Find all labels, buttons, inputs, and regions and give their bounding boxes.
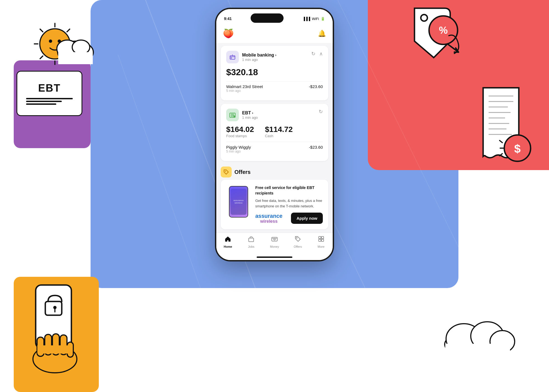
ebt-card-line-3 xyxy=(26,103,56,105)
offer-content: Free cell service for eligible EBT recip… xyxy=(255,185,323,224)
ebt-card: EBT › 1 min ago ↻ $164.02 xyxy=(221,104,328,161)
banking-time-ago: 1 min ago xyxy=(242,58,276,62)
nav-offers[interactable]: Offers xyxy=(290,236,306,248)
nav-more[interactable]: More xyxy=(313,236,329,248)
lock-phone-decoration xyxy=(16,274,93,378)
chevron-up-icon[interactable]: ∧ xyxy=(319,51,323,57)
ebt-card-title-row: EBT › 1 min ago xyxy=(226,109,258,121)
status-time: 9:41 xyxy=(224,16,232,21)
svg-point-60 xyxy=(225,171,226,172)
assurance-brand-name: assurance xyxy=(255,213,282,219)
banking-svg-icon xyxy=(229,53,236,61)
banking-card-title[interactable]: Mobile banking › xyxy=(242,53,276,58)
offer-phone-screen: assurance wireless xyxy=(231,189,247,215)
app-header: 🍑 🔔 xyxy=(216,26,333,43)
bell-icon[interactable]: 🔔 xyxy=(318,30,326,37)
home-indicator xyxy=(257,256,292,258)
banking-balance: $320.18 xyxy=(226,67,323,77)
nav-more-label: More xyxy=(318,245,324,248)
cloud-bottom-right-decoration xyxy=(439,311,516,359)
cash-balance: $114.72 Cash xyxy=(265,125,293,138)
offer-title: Free cell service for eligible EBT recip… xyxy=(255,185,323,196)
offer-phone-graphic: assurance wireless xyxy=(229,186,248,218)
banking-transaction-info: Walmart 23rd Street 5 min ago xyxy=(226,84,263,93)
banking-merchant: Walmart 23rd Street xyxy=(226,84,263,89)
ebt-transaction-info: Piggly Wiggly 5 min ago xyxy=(226,145,251,153)
svg-rect-56 xyxy=(231,58,232,58)
wifi-icon: WiFi xyxy=(312,17,319,21)
svg-rect-30 xyxy=(37,345,72,354)
ebt-card-header: EBT › 1 min ago ↻ xyxy=(226,109,323,121)
money-icon xyxy=(271,236,278,244)
svg-point-63 xyxy=(274,238,275,240)
food-stamps-label: Food stamps xyxy=(226,134,254,138)
banking-transaction-row: Walmart 23rd Street 5 min ago -$23.60 xyxy=(226,81,323,95)
food-stamps-amount: $164.02 xyxy=(226,125,254,134)
offer-image: assurance wireless xyxy=(226,185,251,218)
ebt-card-line-2 xyxy=(26,101,62,102)
ebt-chevron-icon: › xyxy=(252,111,253,115)
signal-icon: ▐▐▐ xyxy=(302,17,310,21)
battery-icon: 🔋 xyxy=(321,17,325,21)
content-area: Mobile banking › 1 min ago ↻ ∧ $320.18 xyxy=(216,43,333,233)
ebt-svg-icon xyxy=(229,111,236,119)
ebt-time-ago: 1 min ago xyxy=(242,115,258,120)
status-bar: 9:41 ▐▐▐ WiFi 🔋 xyxy=(216,9,333,26)
apply-now-button[interactable]: Apply now xyxy=(291,213,323,224)
banking-card-header: Mobile banking › 1 min ago ↻ ∧ xyxy=(226,51,323,63)
phone-device: 9:41 ▐▐▐ WiFi 🔋 🍑 🔔 xyxy=(215,8,334,261)
svg-rect-67 xyxy=(321,236,324,239)
nav-home-label: Home xyxy=(224,245,232,248)
refresh-icon[interactable]: ↻ xyxy=(311,51,315,57)
more-icon xyxy=(318,236,324,244)
banking-icon xyxy=(226,51,239,63)
ebt-transaction-row: Piggly Wiggly 5 min ago -$23.60 xyxy=(226,142,323,156)
svg-point-65 xyxy=(296,237,297,238)
nav-offers-label: Offers xyxy=(294,245,302,248)
chevron-right-icon: › xyxy=(275,53,276,57)
receipt-decoration: $ xyxy=(475,85,535,171)
offers-title: Offers xyxy=(234,169,251,175)
home-svg-icon xyxy=(225,236,231,242)
offers-nav-svg-icon xyxy=(295,236,301,242)
nav-money[interactable]: Money xyxy=(266,236,283,248)
offer-card: assurance wireless Free cell service for… xyxy=(221,180,328,229)
offer-bottom: assurance wireless Apply now xyxy=(255,213,323,224)
svg-line-13 xyxy=(67,29,70,32)
banking-card-actions: ↻ ∧ xyxy=(311,51,323,57)
ebt-tx-amount: -$23.60 xyxy=(309,145,323,150)
svg-line-14 xyxy=(40,56,43,59)
svg-rect-18 xyxy=(58,52,93,64)
ebt-card-line-1 xyxy=(26,98,73,99)
svg-text:$: $ xyxy=(514,142,520,155)
food-stamps-balance: $164.02 Food stamps xyxy=(226,125,254,138)
svg-line-11 xyxy=(40,29,43,32)
app-logo: 🍑 xyxy=(223,28,234,39)
offers-header: Offers xyxy=(216,164,333,180)
nav-money-label: Money xyxy=(270,245,279,248)
svg-rect-61 xyxy=(249,238,254,242)
banking-card-title-row: Mobile banking › 1 min ago xyxy=(226,51,276,63)
ebt-card-decoration: EBT xyxy=(16,71,82,116)
nav-home[interactable]: Home xyxy=(220,236,236,248)
jobs-svg-icon xyxy=(248,236,254,242)
ebt-merchant: Piggly Wiggly xyxy=(226,145,251,150)
nav-jobs[interactable]: Jobs xyxy=(243,236,259,248)
svg-point-59 xyxy=(233,115,235,117)
svg-rect-68 xyxy=(319,239,321,241)
svg-rect-66 xyxy=(319,236,321,239)
ebt-card-meta: EBT › 1 min ago xyxy=(242,111,258,120)
ebt-refresh-icon[interactable]: ↻ xyxy=(319,109,323,115)
home-indicator-bar xyxy=(216,255,333,260)
ebt-card-lines xyxy=(26,98,73,105)
svg-point-5 xyxy=(49,40,52,43)
cash-amount: $114.72 xyxy=(265,125,293,134)
ebt-icon xyxy=(226,109,239,121)
status-icons: ▐▐▐ WiFi 🔋 xyxy=(302,17,325,21)
ebt-card-title[interactable]: EBT › xyxy=(242,111,258,115)
offers-tag-icon xyxy=(223,169,229,175)
svg-rect-62 xyxy=(272,237,277,241)
more-svg-icon xyxy=(318,236,324,242)
money-svg-icon xyxy=(271,236,278,242)
content-scroll: Mobile banking › 1 min ago ↻ ∧ $320.18 xyxy=(216,43,333,233)
